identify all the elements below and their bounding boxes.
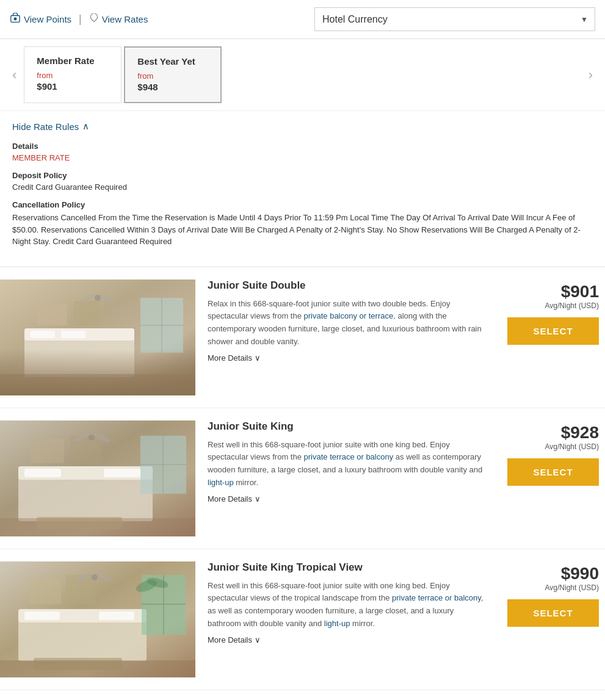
view-rates-label: View Rates (102, 14, 148, 24)
room-listing-0: Junior Suite Double Relax in this 668-sq… (0, 267, 605, 408)
room-price-action-2: $990 Avg/Night (USD) SELECT (501, 561, 599, 627)
room-name-0: Junior Suite Double (208, 280, 489, 292)
select-button-0[interactable]: SELECT (507, 317, 599, 345)
room-desc-1: Rest well in this 668-square-foot junior… (208, 439, 489, 489)
room-name-2: Junior Suite King Tropical View (208, 561, 489, 574)
more-details-label-0: More Details (208, 353, 252, 363)
chevron-up-icon: ∧ (82, 121, 89, 132)
more-details-label-1: More Details (208, 494, 252, 503)
room-name-1: Junior Suite King (208, 420, 489, 433)
room-image-0 (0, 280, 195, 395)
room-price-action-0: $901 Avg/Night (USD) SELECT (501, 280, 599, 345)
room-listings: Junior Suite Double Relax in this 668-sq… (0, 267, 605, 690)
room-listing-1: Junior Suite King Rest well in this 668-… (0, 408, 605, 549)
select-button-2[interactable]: SELECT (507, 599, 599, 627)
svg-rect-5 (31, 331, 55, 338)
hide-rate-rules-button[interactable]: Hide Rate Rules ∧ (12, 121, 89, 132)
room-price-action-1: $928 Avg/Night (USD) SELECT (501, 420, 599, 486)
rate-cards-next-arrow[interactable]: › (581, 67, 600, 83)
svg-rect-34 (24, 612, 60, 620)
rule-cancellation-label: Cancellation Policy (12, 200, 593, 209)
currency-selector-wrapper: Hotel Currency USD EUR GBP JPY ▼ (314, 7, 595, 31)
room-price-label-2: Avg/Night (USD) (545, 583, 599, 592)
room-info-2: Junior Suite King Tropical View Rest wel… (195, 561, 501, 644)
room-price-0: $901 (561, 282, 599, 301)
nav-separator: | (79, 13, 82, 26)
top-bar: View Points | View Rates Hotel Currency … (0, 0, 605, 39)
rule-cancellation-block: Cancellation Policy Reservations Cancell… (12, 200, 593, 248)
room-price-label-0: Avg/Night (USD) (545, 301, 599, 310)
view-points-button[interactable]: View Points (10, 13, 71, 26)
rate-cards-section: ‹ Member Rate from $901 Best Year Yet fr… (0, 39, 605, 111)
svg-point-27 (89, 435, 95, 441)
svg-rect-35 (99, 612, 134, 620)
more-details-button-1[interactable]: More Details ∨ (208, 494, 261, 503)
rate-cards-prev-arrow[interactable]: ‹ (5, 67, 24, 83)
currency-select[interactable]: Hotel Currency USD EUR GBP JPY (314, 7, 595, 31)
rule-deposit-block: Deposit Policy Credit Card Guarantee Req… (12, 171, 593, 192)
more-details-button-0[interactable]: More Details ∨ (208, 353, 261, 363)
rate-card-bestyear-from: from (137, 71, 208, 81)
svg-rect-19 (24, 469, 61, 477)
svg-rect-47 (0, 660, 195, 677)
points-icon (10, 13, 21, 26)
svg-rect-14 (73, 301, 101, 325)
room-desc-2: Rest well in this 668-square-foot junior… (208, 580, 489, 630)
room-info-1: Junior Suite King Rest well in this 668-… (195, 420, 501, 503)
svg-rect-30 (0, 518, 195, 536)
rate-card-member-title: Member Rate (37, 56, 109, 66)
svg-rect-15 (0, 374, 195, 395)
rates-icon (89, 13, 99, 25)
room-desc-0: Relax in this 668-square-foot junior sui… (208, 298, 489, 348)
svg-rect-20 (104, 469, 140, 477)
room-price-2: $990 (561, 564, 599, 583)
room-listing-2: Junior Suite King Tropical View Rest wel… (0, 549, 605, 690)
rate-cards-container: Member Rate from $901 Best Year Yet from… (24, 46, 581, 103)
svg-point-44 (92, 574, 98, 580)
svg-rect-13 (37, 304, 67, 325)
more-details-button-2[interactable]: More Details ∨ (208, 635, 261, 644)
rule-details-label: Details (12, 142, 593, 151)
rule-details-block: Details MEMBER RATE (12, 142, 593, 162)
rule-deposit-label: Deposit Policy (12, 171, 593, 180)
rate-card-member-from: from (37, 71, 109, 80)
svg-rect-6 (61, 331, 85, 338)
svg-rect-42 (29, 579, 61, 604)
rate-card-bestyear-price: $948 (137, 82, 208, 92)
top-left-nav: View Points | View Rates (10, 13, 148, 26)
chevron-down-icon-1: ∨ (255, 494, 261, 503)
svg-rect-25 (31, 439, 64, 463)
rate-card-bestyear[interactable]: Best Year Yet from $948 (124, 46, 222, 103)
room-info-0: Junior Suite Double Relax in this 668-sq… (195, 280, 501, 363)
svg-point-1 (14, 18, 16, 20)
chevron-down-icon-2: ∨ (255, 635, 261, 644)
more-details-label-2: More Details (208, 635, 252, 644)
rate-card-member[interactable]: Member Rate from $901 (24, 46, 121, 103)
rate-card-member-price: $901 (37, 81, 109, 92)
rule-cancellation-text: Reservations Cancelled From the Time the… (12, 212, 593, 248)
hide-rate-rules-label: Hide Rate Rules (12, 121, 79, 132)
rule-deposit-value: Credit Card Guarantee Required (12, 182, 593, 192)
svg-point-10 (95, 295, 101, 301)
select-button-1[interactable]: SELECT (507, 458, 599, 486)
room-image-2 (0, 561, 195, 677)
room-price-label-1: Avg/Night (USD) (545, 442, 599, 451)
view-rates-button[interactable]: View Rates (89, 13, 148, 25)
rate-rules-section: Hide Rate Rules ∧ Details MEMBER RATE De… (0, 111, 605, 267)
rate-card-bestyear-title: Best Year Yet (137, 56, 208, 67)
view-points-label: View Points (24, 14, 71, 24)
room-image-1 (0, 420, 195, 536)
room-price-1: $928 (561, 423, 599, 442)
chevron-down-icon-0: ∨ (255, 353, 261, 363)
rule-details-value: MEMBER RATE (12, 153, 593, 162)
